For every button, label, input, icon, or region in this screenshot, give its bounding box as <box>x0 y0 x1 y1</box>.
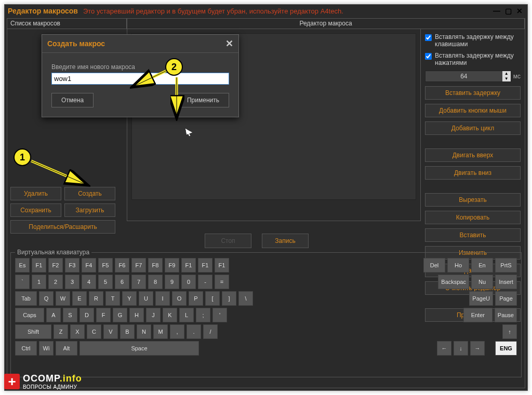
key-lang[interactable]: ENG <box>495 341 517 356</box>
key-space[interactable]: Space <box>79 341 199 356</box>
key-[interactable]: ' <box>212 308 227 322</box>
key-a[interactable]: A <box>46 308 61 322</box>
key-[interactable]: , <box>170 324 184 339</box>
key-w[interactable]: W <box>56 291 70 306</box>
key-f1[interactable]: F1 <box>181 258 196 273</box>
key-arrow[interactable]: ↓ <box>454 341 468 356</box>
add-mouse-button[interactable]: Добавить кнопки мыши <box>425 104 521 117</box>
key-[interactable]: [ <box>205 291 220 306</box>
key-arrow[interactable]: → <box>470 341 485 356</box>
key-backspac[interactable]: Backspac <box>438 275 469 289</box>
key-f8[interactable]: F8 <box>148 258 163 273</box>
key-f[interactable]: F <box>96 308 111 322</box>
add-loop-button[interactable]: Добавить цикл <box>425 121 521 135</box>
key-f1[interactable]: F1 <box>215 258 229 273</box>
stop-button[interactable]: Стоп <box>205 234 251 248</box>
cb-keys-input[interactable] <box>425 34 432 41</box>
dialog-close-icon[interactable]: ✕ <box>225 38 233 49</box>
key-1[interactable]: 1 <box>32 275 46 289</box>
key-4[interactable]: 4 <box>82 275 96 289</box>
key-0[interactable]: 0 <box>181 275 196 289</box>
key-enter[interactable]: Enter <box>463 308 493 322</box>
cut-button[interactable]: Вырезать <box>425 193 521 207</box>
key-insert[interactable]: Insert <box>495 275 517 289</box>
key-o[interactable]: O <box>172 291 187 306</box>
key-3[interactable]: 3 <box>65 275 79 289</box>
move-down-button[interactable]: Двигать вниз <box>425 166 521 180</box>
key-tab[interactable]: Tab <box>15 291 37 306</box>
key-2[interactable]: 2 <box>48 275 63 289</box>
key-f9[interactable]: F9 <box>165 258 179 273</box>
key-8[interactable]: 8 <box>148 275 163 289</box>
key-6[interactable]: 6 <box>115 275 129 289</box>
key-y[interactable]: Y <box>122 291 137 306</box>
key-k[interactable]: K <box>163 308 177 322</box>
key-[interactable]: ] <box>222 291 236 306</box>
key-caps[interactable]: Caps <box>15 308 44 322</box>
key-f1[interactable]: F1 <box>32 258 46 273</box>
record-button[interactable]: Запись <box>262 234 309 248</box>
key-[interactable]: ; <box>196 308 210 322</box>
key-[interactable]: \ <box>238 291 253 306</box>
key-9[interactable]: 9 <box>165 275 179 289</box>
load-macro-button[interactable]: Загрузить <box>64 203 115 217</box>
cb-press-input[interactable] <box>425 53 432 60</box>
insert-delay-button[interactable]: Вставить задержку <box>425 86 521 100</box>
key-t[interactable]: T <box>105 291 120 306</box>
key-shift[interactable]: Shift <box>15 324 51 339</box>
key-[interactable]: / <box>203 324 218 339</box>
key-h[interactable]: H <box>129 308 144 322</box>
key-x[interactable]: X <box>70 324 85 339</box>
key-prts[interactable]: PrtS <box>495 258 517 273</box>
key-arrow[interactable]: ← <box>437 341 451 356</box>
dialog-cancel-button[interactable]: Отмена <box>51 93 94 107</box>
key-g[interactable]: G <box>113 308 127 322</box>
key-page[interactable]: Page <box>495 291 517 306</box>
key-c[interactable]: C <box>87 324 101 339</box>
key-f7[interactable]: F7 <box>131 258 146 273</box>
key-b[interactable]: B <box>120 324 135 339</box>
copy-button[interactable]: Копировать <box>425 211 521 224</box>
key-[interactable]: ` <box>15 275 30 289</box>
delay-between-presses-checkbox[interactable]: Вставлять задержку между нажатиями <box>425 52 521 66</box>
key-m[interactable]: M <box>153 324 168 339</box>
key-[interactable]: = <box>215 275 229 289</box>
key-[interactable]: . <box>187 324 201 339</box>
key-del[interactable]: Del <box>423 258 445 273</box>
key-es[interactable]: Es <box>15 258 30 273</box>
save-macro-button[interactable]: Сохранить <box>10 203 61 217</box>
key-5[interactable]: 5 <box>98 275 113 289</box>
key-d[interactable]: D <box>79 308 94 322</box>
delay-between-keys-checkbox[interactable]: Вставлять задержку между клавишами <box>425 33 521 48</box>
key-i[interactable]: I <box>155 291 170 306</box>
key-z[interactable]: Z <box>54 324 68 339</box>
share-macro-button[interactable]: Поделиться/Расшарить <box>10 220 115 234</box>
paste-button[interactable]: Вставить <box>425 228 521 242</box>
key-nu[interactable]: Nu <box>471 275 493 289</box>
key-u[interactable]: U <box>139 291 153 306</box>
minimize-button[interactable]: — <box>492 7 501 15</box>
key-f2[interactable]: F2 <box>48 258 63 273</box>
key-f1[interactable]: F1 <box>198 258 212 273</box>
key-p[interactable]: P <box>189 291 203 306</box>
spinner-arrows[interactable]: ▲▼ <box>502 71 511 81</box>
key-ho[interactable]: Ho <box>447 258 469 273</box>
key-pageu[interactable]: PageU <box>469 291 493 306</box>
key-f5[interactable]: F5 <box>98 258 113 273</box>
key-ctrl[interactable]: Ctrl <box>15 341 37 356</box>
key-r[interactable]: R <box>89 291 103 306</box>
key-pause[interactable]: Pause <box>495 308 517 322</box>
delay-spinner[interactable]: 64 ▲▼ <box>425 71 511 82</box>
key-en[interactable]: En <box>471 258 493 273</box>
key-j[interactable]: J <box>146 308 161 322</box>
key-[interactable]: - <box>198 275 212 289</box>
key-l[interactable]: L <box>179 308 194 322</box>
key-wi[interactable]: Wi <box>39 341 54 356</box>
key-e[interactable]: E <box>72 291 87 306</box>
key-f3[interactable]: F3 <box>65 258 79 273</box>
key-7[interactable]: 7 <box>131 275 146 289</box>
key-v[interactable]: V <box>103 324 118 339</box>
key-q[interactable]: Q <box>39 291 54 306</box>
move-up-button[interactable]: Двигать вверх <box>425 148 521 162</box>
key-[interactable]: ↑ <box>502 324 517 339</box>
